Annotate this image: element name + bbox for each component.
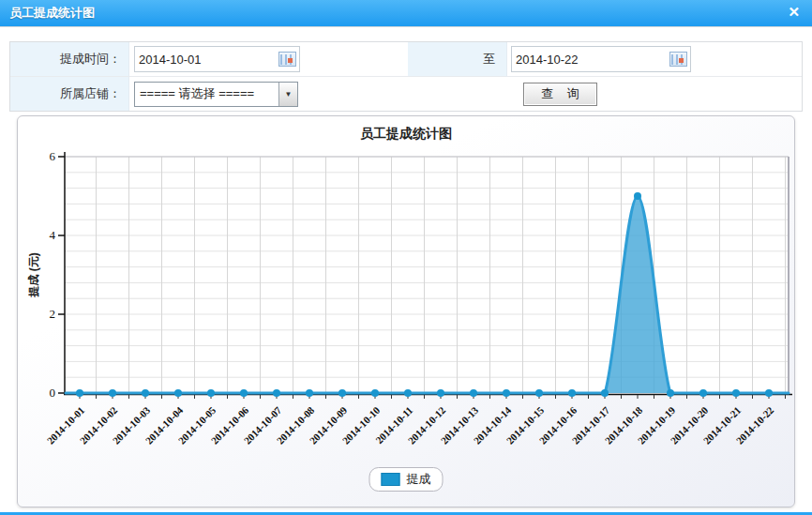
svg-text:提成 (元): 提成 (元) — [27, 252, 40, 297]
start-date-field — [134, 46, 300, 72]
svg-text:6: 6 — [50, 149, 56, 163]
chevron-down-icon[interactable]: ▼ — [278, 83, 297, 106]
end-date-input[interactable] — [512, 53, 669, 67]
shop-label: 所属店铺： — [10, 77, 129, 111]
legend-label: 提成 — [407, 471, 431, 488]
svg-text:0: 0 — [50, 386, 56, 400]
to-label: 至 — [408, 42, 507, 77]
shop-select-cell: ===== 请选择 ===== ▼ — [129, 77, 408, 111]
query-cell: 查 询 — [507, 77, 802, 111]
start-date-label: 提成时间： — [10, 42, 129, 77]
commission-area-chart: 02462014-10-012014-10-022014-10-032014-1… — [18, 116, 794, 507]
shop-select-value: ===== 请选择 ===== — [135, 85, 278, 102]
query-button[interactable]: 查 询 — [523, 83, 597, 106]
filter-form: 提成时间： 至 所属店铺： ===== 请选择 ===== ▼ 查 询 — [9, 41, 803, 112]
empty-cell — [408, 77, 507, 111]
svg-text:4: 4 — [50, 228, 56, 242]
start-date-cell — [129, 42, 408, 77]
calendar-icon[interactable] — [278, 52, 296, 67]
commission-stats-dialog: 员工提成统计图 ✕ 提成时间： 至 所属店铺： ===== 请选择 ===== … — [0, 0, 812, 27]
legend-swatch — [382, 473, 400, 486]
chart-legend: 提成 — [369, 467, 444, 492]
end-date-cell — [507, 42, 802, 77]
dialog-title: 员工提成统计图 — [9, 5, 95, 22]
shop-select[interactable]: ===== 请选择 ===== ▼ — [134, 82, 298, 107]
calendar-icon[interactable] — [669, 52, 687, 67]
end-date-field — [511, 46, 691, 72]
chart-panel: 员工提成统计图 02462014-10-012014-10-022014-10-… — [17, 115, 795, 507]
dialog-titlebar: 员工提成统计图 ✕ — [0, 0, 812, 27]
svg-text:2: 2 — [50, 307, 56, 321]
close-icon[interactable]: ✕ — [788, 5, 800, 20]
start-date-input[interactable] — [135, 53, 278, 67]
